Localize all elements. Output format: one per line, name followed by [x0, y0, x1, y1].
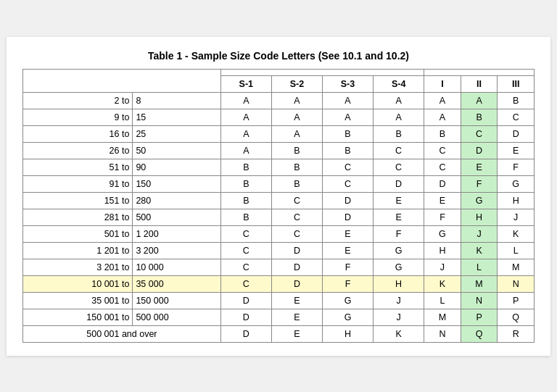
col-g1: H	[424, 242, 461, 259]
table-body: 2 to8AAAAAAB9 to15AAAAABC16 to25AABBBCD2…	[23, 92, 535, 342]
col-s3: G	[322, 292, 373, 309]
col-s4: K	[374, 325, 424, 342]
col-s4: F	[374, 225, 424, 242]
lot-size-to: 150 000	[133, 292, 220, 309]
col-s3-header: S-3	[322, 75, 373, 92]
col-g1: C	[424, 142, 461, 159]
table-row: 51 to90BBCCCEF	[23, 159, 535, 175]
col-s4: G	[374, 259, 424, 275]
table-row: 2 to8AAAAAAB	[23, 92, 535, 109]
col-s4: J	[374, 309, 424, 325]
col-g1: L	[424, 292, 461, 309]
col-s2: E	[271, 325, 322, 342]
lot-size-to: 500	[133, 209, 220, 225]
table-row: 16 to25AABBBCD	[23, 125, 535, 142]
lot-size-from: 1 201 to	[23, 242, 133, 259]
col-s3: B	[322, 142, 373, 159]
col-g2: F	[461, 175, 498, 192]
col-g1: D	[424, 175, 461, 192]
col-g3: H	[498, 192, 535, 209]
col-s3: C	[322, 159, 373, 175]
col-s1-header: S-1	[220, 75, 271, 92]
col-s2: B	[271, 175, 322, 192]
lot-size-to: 500 000	[133, 309, 220, 325]
col-s2: A	[271, 109, 322, 125]
col-g3: P	[498, 292, 535, 309]
col-g1: N	[424, 325, 461, 342]
col-g2-header: II	[461, 75, 498, 92]
col-g2: K	[461, 242, 498, 259]
col-g3: Q	[498, 309, 535, 325]
sample-size-table: S-1 S-2 S-3 S-4 I II III 2 to8AAAAAAB9 t…	[22, 69, 535, 343]
table-row: 151 to280BCDEEGH	[23, 192, 535, 209]
col-s1: D	[220, 325, 271, 342]
col-s1: D	[220, 292, 271, 309]
lot-size-from: 10 001 to	[23, 275, 133, 292]
table-row: 500 001 and overDEHKNQR	[23, 325, 535, 342]
col-g2: Q	[461, 325, 498, 342]
table-row: 26 to50ABBCCDE	[23, 142, 535, 159]
col-s2: D	[271, 275, 322, 292]
col-g3: N	[498, 275, 535, 292]
col-s3: G	[322, 309, 373, 325]
col-s1: A	[220, 142, 271, 159]
col-g2: C	[461, 125, 498, 142]
col-s1: B	[220, 192, 271, 209]
col-s4: G	[374, 242, 424, 259]
col-s2: D	[271, 242, 322, 259]
col-g2: H	[461, 209, 498, 225]
table-row: 35 001 to150 000DEGJLNP	[23, 292, 535, 309]
lot-size-header	[23, 69, 221, 92]
col-s4: E	[374, 209, 424, 225]
header-top-row	[23, 69, 535, 75]
col-s3: D	[322, 209, 373, 225]
table-row: 91 to150BBCDDFG	[23, 175, 535, 192]
table-title: Table 1 - Sample Size Code Letters (See …	[22, 50, 535, 62]
lot-size-from: 3 201 to	[23, 259, 133, 275]
col-s2: B	[271, 142, 322, 159]
col-s3: A	[322, 109, 373, 125]
col-g3: D	[498, 125, 535, 142]
col-s4: C	[374, 142, 424, 159]
lot-size-from: 2 to	[23, 92, 133, 109]
col-s2: C	[271, 209, 322, 225]
col-s3: E	[322, 242, 373, 259]
col-g2: B	[461, 109, 498, 125]
table-row: 1 201 to3 200CDEGHKL	[23, 242, 535, 259]
col-s4: D	[374, 175, 424, 192]
table-row: 10 001 to35 000CDFHKMN	[23, 275, 535, 292]
lot-size-from: 91 to	[23, 175, 133, 192]
col-g2: L	[461, 259, 498, 275]
col-s3: H	[322, 325, 373, 342]
lot-size-to: 35 000	[133, 275, 220, 292]
col-s1: B	[220, 175, 271, 192]
lot-size-from: 501 to	[23, 225, 133, 242]
col-g1: G	[424, 225, 461, 242]
lot-size-to: 1 200	[133, 225, 220, 242]
col-g3: J	[498, 209, 535, 225]
col-g2: E	[461, 159, 498, 175]
lot-size-from: 9 to	[23, 109, 133, 125]
lot-size-from: 150 001 to	[23, 309, 133, 325]
col-s2: A	[271, 125, 322, 142]
col-g3: R	[498, 325, 535, 342]
col-s3: F	[322, 259, 373, 275]
col-g1: K	[424, 275, 461, 292]
lot-size-from: 151 to	[23, 192, 133, 209]
table-row: 3 201 to10 000CDFGJLM	[23, 259, 535, 275]
col-s1: B	[220, 209, 271, 225]
general-inspection-header	[424, 69, 535, 75]
col-s3: D	[322, 192, 373, 209]
lot-size-to: 15	[133, 109, 220, 125]
col-g3: G	[498, 175, 535, 192]
lot-size-to: 8	[133, 92, 220, 109]
col-s2: D	[271, 259, 322, 275]
col-s2: C	[271, 192, 322, 209]
col-s4: J	[374, 292, 424, 309]
col-s2: A	[271, 92, 322, 109]
col-g3: B	[498, 92, 535, 109]
col-g3: L	[498, 242, 535, 259]
col-g2: P	[461, 309, 498, 325]
lot-size-from: 26 to	[23, 142, 133, 159]
lot-size-to: 3 200	[133, 242, 220, 259]
